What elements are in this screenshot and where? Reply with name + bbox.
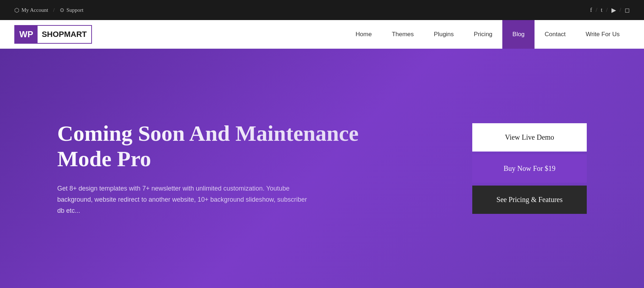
nav-link-themes[interactable]: Themes	[382, 20, 424, 49]
support-label: Support	[67, 7, 84, 13]
top-bar: ⬡ My Account / ⊙ Support f / t / ▶ / ◻	[0, 0, 644, 20]
nav-link-write-for-us[interactable]: Write For Us	[576, 20, 630, 49]
hero-buttons: View Live Demo Buy Now For $19 See Prici…	[472, 123, 587, 214]
top-bar-right: f / t / ▶ / ◻	[590, 6, 630, 14]
support-icon: ⊙	[60, 7, 64, 13]
my-account-label: My Account	[21, 7, 48, 13]
nav-link-contact[interactable]: Contact	[535, 20, 576, 49]
nav-item-write-for-us[interactable]: Write For Us	[576, 20, 630, 49]
view-live-demo-button[interactable]: View Live Demo	[472, 123, 587, 152]
social-sep-2: /	[606, 7, 608, 13]
facebook-icon[interactable]: f	[590, 6, 592, 14]
nav-bar: WP SHOPMART Home Themes Plugins Pricing	[0, 20, 644, 49]
logo-wp: WP	[15, 26, 38, 43]
nav-item-contact[interactable]: Contact	[535, 20, 576, 49]
logo-shopmart: SHOPMART	[38, 26, 91, 43]
nav-separator: /	[53, 7, 55, 13]
buy-now-button[interactable]: Buy Now For $19	[472, 154, 587, 183]
support-link[interactable]: ⊙ Support	[60, 7, 84, 13]
youtube-icon[interactable]: ▶	[611, 6, 616, 14]
hero-content: Coming Soon And Maintenance Mode Pro Get…	[57, 121, 379, 216]
social-sep-1: /	[596, 7, 597, 13]
hero-title: Coming Soon And Maintenance Mode Pro	[57, 121, 379, 172]
hero-section: Coming Soon And Maintenance Mode Pro Get…	[0, 49, 644, 288]
nav-item-themes[interactable]: Themes	[382, 20, 424, 49]
nav-item-home[interactable]: Home	[346, 20, 382, 49]
nav-links: Home Themes Plugins Pricing Blog Contact	[346, 20, 630, 49]
nav-link-home[interactable]: Home	[346, 20, 382, 49]
nav-link-blog[interactable]: Blog	[502, 20, 535, 49]
twitter-icon[interactable]: t	[601, 6, 602, 14]
hero-description: Get 8+ design templates with 7+ newslett…	[57, 183, 308, 216]
instagram-icon[interactable]: ◻	[625, 6, 630, 14]
nav-item-plugins[interactable]: Plugins	[424, 20, 464, 49]
nav-item-pricing[interactable]: Pricing	[464, 20, 502, 49]
nav-item-blog[interactable]: Blog	[502, 20, 535, 49]
logo[interactable]: WP SHOPMART	[14, 25, 92, 44]
social-sep-3: /	[620, 7, 621, 13]
nav-link-pricing[interactable]: Pricing	[464, 20, 502, 49]
account-icon: ⬡	[14, 7, 19, 14]
top-bar-left: ⬡ My Account / ⊙ Support	[14, 7, 83, 14]
my-account-link[interactable]: ⬡ My Account	[14, 7, 48, 14]
nav-link-plugins[interactable]: Plugins	[424, 20, 464, 49]
see-pricing-features-button[interactable]: See Pricing & Features	[472, 186, 587, 214]
logo-container[interactable]: WP SHOPMART	[14, 25, 92, 44]
